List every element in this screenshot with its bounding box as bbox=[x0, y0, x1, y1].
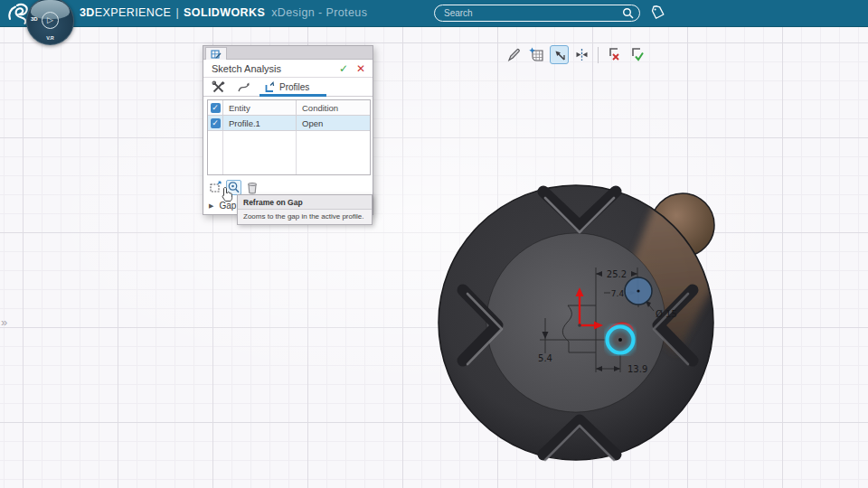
tag-icon[interactable] bbox=[650, 5, 665, 24]
3dexperience-compass[interactable]: ▷ 3D V.R bbox=[26, 0, 74, 45]
hand-cursor-icon bbox=[221, 186, 234, 206]
compass-3d-label: 3D bbox=[31, 16, 38, 22]
expander-arrow-icon[interactable]: ▶ bbox=[209, 202, 213, 210]
row-entity-cell[interactable]: Profile.1 bbox=[223, 116, 297, 130]
dim-height-label: 5.4 bbox=[538, 353, 552, 363]
trash-icon bbox=[246, 181, 259, 194]
knob-inner-face bbox=[486, 233, 665, 412]
tools-icon bbox=[212, 80, 225, 94]
dim-offset-label: 13.9 bbox=[627, 364, 647, 374]
sketch-toolbar bbox=[505, 45, 646, 64]
toolbar-separator bbox=[598, 47, 599, 63]
sketch-edit-button[interactable] bbox=[505, 45, 524, 64]
brand-experience: EXPERIENCE bbox=[95, 6, 172, 19]
brand-separator: | bbox=[175, 6, 179, 19]
search-bar[interactable] bbox=[434, 5, 640, 22]
dialog-title: Sketch Analysis bbox=[212, 63, 281, 74]
tab-curvature[interactable] bbox=[236, 80, 251, 95]
auto-dimension-button[interactable] bbox=[572, 45, 591, 64]
sketch-hole-circle[interactable] bbox=[625, 277, 652, 305]
compass-play-icon[interactable]: ▷ bbox=[42, 12, 59, 29]
dim-gap-label: 7.4 bbox=[611, 289, 625, 298]
dim-width-label: 25.2 bbox=[607, 269, 627, 279]
top-app-bar: 3DEXPERIENCE|SOLIDWORKSxDesign - Proteus bbox=[0, 0, 868, 27]
profiles-table: ✓ Entity Condition ✓ Profile.1 Open bbox=[207, 99, 371, 175]
compass-vr-label: V.R bbox=[26, 35, 74, 41]
row-condition-cell[interactable]: Open bbox=[297, 116, 370, 130]
dialog-mini-tab[interactable] bbox=[205, 47, 227, 60]
brand-3d: 3D bbox=[80, 6, 95, 19]
dialog-accept-button[interactable]: ✓ bbox=[339, 62, 348, 75]
application-window: 25.2 7.4 Ø 15 5.4 13.9 bbox=[0, 0, 868, 488]
table-empty-area bbox=[208, 131, 370, 174]
condition-column-header[interactable]: Condition bbox=[297, 100, 370, 115]
normal-to-view-button[interactable] bbox=[550, 45, 569, 64]
select-all-checkbox[interactable]: ✓ bbox=[211, 103, 221, 113]
curve-icon bbox=[237, 80, 250, 94]
tab-profiles[interactable]: Profiles bbox=[263, 80, 309, 95]
search-input[interactable] bbox=[435, 8, 622, 18]
model-viewport[interactable]: 25.2 7.4 Ø 15 5.4 13.9 bbox=[0, 0, 868, 488]
search-icon[interactable] bbox=[622, 7, 634, 19]
dialog-tab-strip bbox=[203, 46, 373, 60]
tab-profiles-label: Profiles bbox=[279, 82, 309, 92]
dialog-title-row: Sketch Analysis ✓ ✕ bbox=[203, 60, 373, 78]
tooltip: Reframe on Gap Zooms to the gap in the a… bbox=[237, 194, 373, 225]
brand-solidworks: SOLIDWORKS bbox=[184, 6, 265, 19]
dim-diameter-label: Ø 15 bbox=[656, 309, 677, 319]
active-tab-underline bbox=[259, 94, 326, 97]
row-checkbox[interactable]: ✓ bbox=[211, 118, 221, 128]
snap-grid-button[interactable] bbox=[527, 45, 546, 64]
table-header-row: ✓ Entity Condition bbox=[208, 100, 370, 116]
tab-tools[interactable] bbox=[211, 80, 226, 95]
tooltip-title: Reframe on Gap bbox=[238, 195, 372, 210]
tooltip-body: Zooms to the gap in the active profile. bbox=[238, 210, 372, 224]
app-name: xDesign - Proteus bbox=[271, 6, 367, 19]
entity-column-header[interactable]: Entity bbox=[223, 100, 297, 115]
accept-sketch-button[interactable] bbox=[627, 45, 646, 64]
delete-button[interactable] bbox=[244, 180, 259, 195]
sketch-analysis-icon bbox=[211, 49, 222, 60]
discard-sketch-button[interactable] bbox=[605, 45, 624, 64]
app-title: 3DEXPERIENCE|SOLIDWORKSxDesign - Proteus bbox=[80, 6, 367, 19]
table-row[interactable]: ✓ Profile.1 Open bbox=[208, 116, 370, 131]
profiles-icon bbox=[263, 81, 276, 94]
dialog-close-button[interactable]: ✕ bbox=[356, 62, 365, 75]
gap-highlight-circle[interactable] bbox=[608, 327, 634, 353]
dialog-tabs: Profiles bbox=[203, 78, 373, 97]
